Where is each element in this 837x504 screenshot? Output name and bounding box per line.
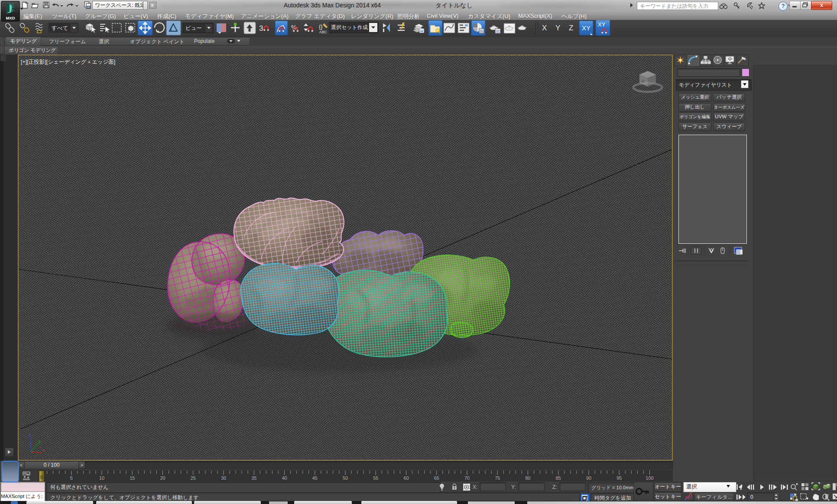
svg-text:XY: XY [582, 24, 590, 32]
svg-text:y: y [39, 439, 41, 444]
svg-text:25: 25 [191, 475, 196, 481]
svg-text:45: 45 [312, 475, 318, 481]
svg-text:z: z [29, 433, 31, 438]
svg-text:[+][正投影][シェーディング＋エッジ面]: [+][正投影][シェーディング＋エッジ面] [21, 59, 115, 65]
svg-text:80: 80 [525, 475, 530, 481]
svg-text:75: 75 [495, 475, 500, 481]
svg-text:95: 95 [616, 475, 622, 481]
svg-text:選択セット作成: 選択セット作成 [331, 24, 368, 30]
svg-text:100: 100 [646, 475, 653, 481]
svg-text:ABC: ABC [319, 30, 327, 34]
svg-text:70: 70 [464, 475, 470, 481]
svg-text:55: 55 [373, 475, 378, 481]
svg-text:ビュー: ビュー [185, 25, 202, 31]
svg-text:65: 65 [434, 475, 439, 481]
svg-text:85: 85 [556, 475, 561, 481]
svg-text:5: 5 [70, 475, 73, 481]
svg-text:Z: Z [569, 24, 573, 32]
svg-text:x: x [42, 448, 45, 453]
svg-text:X: X [542, 24, 547, 32]
svg-text:前: 前 [641, 79, 645, 84]
svg-text:3: 3 [259, 24, 263, 32]
svg-text:XY: XY [598, 21, 606, 28]
svg-text:60: 60 [403, 475, 409, 481]
svg-text:35: 35 [251, 475, 256, 481]
svg-text:15: 15 [130, 475, 135, 481]
svg-text:20: 20 [160, 475, 165, 481]
svg-text:50: 50 [343, 475, 348, 481]
svg-text:10: 10 [99, 475, 104, 481]
svg-text:30: 30 [221, 475, 226, 481]
svg-text:40: 40 [282, 475, 287, 481]
svg-text:90: 90 [586, 475, 591, 481]
svg-text:すべて: すべて [52, 25, 68, 31]
svg-text:{}: {} [319, 23, 323, 30]
svg-text:Y: Y [555, 24, 560, 32]
